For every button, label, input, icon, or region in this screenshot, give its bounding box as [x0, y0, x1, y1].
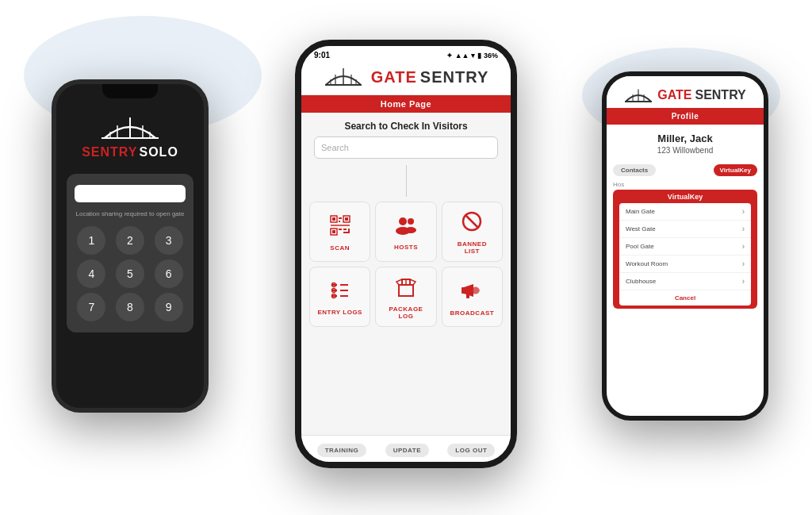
- search-input[interactable]: Search: [314, 136, 498, 159]
- right-header: GATE SENTRY: [607, 76, 764, 108]
- svg-rect-23: [339, 221, 340, 222]
- app-tile-package-log[interactable]: PACKAGELOG: [375, 267, 436, 327]
- key-3[interactable]: 3: [155, 226, 183, 255]
- banned-label: BANNEDLIST: [458, 240, 487, 255]
- svg-rect-13: [332, 217, 335, 221]
- svg-point-28: [405, 227, 416, 233]
- apps-grid: SCAN HOSTS: [301, 202, 511, 327]
- key-5[interactable]: 5: [116, 259, 144, 288]
- app-tile-hosts[interactable]: HOSTS: [375, 202, 436, 262]
- logout-tab[interactable]: LOG OUT: [447, 444, 495, 457]
- key-7[interactable]: 7: [77, 293, 105, 321]
- virtualkey-panel-title: VirtualKey: [619, 193, 751, 201]
- tab-virtualkey[interactable]: VirtualKey: [714, 164, 757, 176]
- keypad-input[interactable]: [75, 185, 186, 202]
- vk-cancel-button[interactable]: Cancel: [619, 290, 751, 306]
- key-9[interactable]: 9: [155, 293, 183, 321]
- vk-workout-room-label: Workout Room: [626, 260, 668, 267]
- svg-rect-20: [348, 229, 350, 232]
- search-placeholder: Search: [321, 143, 349, 152]
- left-bridge-icon: [98, 114, 162, 142]
- right-sentry-label: SENTRY: [695, 88, 745, 102]
- wifi-icon: ▾: [471, 52, 475, 60]
- vk-chevron-2: ›: [742, 225, 745, 233]
- svg-rect-40: [399, 285, 413, 296]
- phone-center: 9:01 ✦ ▲▲ ▾ ▮ 36% GATE SENTRY: [295, 40, 517, 468]
- vk-clubhouse-label: Clubhouse: [626, 278, 656, 285]
- profile-bar: Profile: [607, 108, 764, 125]
- app-tile-entry-logs[interactable]: ENTRY LOGS: [309, 267, 370, 327]
- package-log-label: PACKAGELOG: [389, 306, 423, 320]
- update-tab[interactable]: UPDATE: [385, 444, 429, 457]
- tab-contacts[interactable]: Contacts: [613, 164, 656, 176]
- signal-icon: ▲▲: [455, 52, 469, 60]
- svg-line-30: [465, 215, 479, 229]
- vk-chevron-5: ›: [742, 277, 745, 286]
- virtualkey-panel: VirtualKey Main Gate › West Gate › Pool …: [613, 190, 757, 309]
- status-bar: 9:01 ✦ ▲▲ ▾ ▮ 36%: [301, 46, 511, 60]
- bottom-tabs: TRAINING UPDATE LOG OUT: [301, 435, 511, 462]
- hosts-label: HOSTS: [394, 244, 418, 251]
- key-8[interactable]: 8: [116, 293, 144, 321]
- search-title: Search to Check In Visitors: [301, 113, 511, 136]
- entry-logs-label: ENTRY LOGS: [317, 309, 362, 316]
- training-tab[interactable]: TRAINING: [317, 444, 367, 457]
- vk-item-pool-gate[interactable]: Pool Gate ›: [619, 238, 751, 256]
- search-box-container: Search: [301, 136, 511, 165]
- svg-rect-43: [466, 294, 469, 298]
- center-bridge-icon: [324, 66, 363, 88]
- profile-address: 123 Willowbend: [613, 146, 757, 155]
- svg-rect-15: [345, 217, 348, 221]
- phone-left: SENTRY SOLO Location sharing required to…: [52, 79, 209, 413]
- svg-point-26: [408, 218, 414, 225]
- profile-tabs-row: Contacts VirtualKey: [607, 159, 764, 181]
- bluetooth-icon: ✦: [446, 52, 453, 60]
- search-divider: [406, 165, 407, 197]
- vk-item-workout-room[interactable]: Workout Room ›: [619, 256, 751, 273]
- right-bridge-icon: [624, 87, 653, 103]
- keypad-area: Location sharing required to open gate 1…: [67, 174, 193, 332]
- banned-icon: [461, 210, 483, 236]
- vk-list: Main Gate › West Gate › Pool Gate › Work…: [619, 203, 751, 306]
- phone-right: GATE SENTRY Profile Miller, Jack 123 Wil…: [602, 71, 768, 421]
- vk-west-gate-label: West Gate: [626, 225, 656, 233]
- home-page-bar: Home Page: [301, 95, 511, 113]
- right-gate-sentry: GATE SENTRY: [657, 88, 746, 102]
- key-4[interactable]: 4: [77, 259, 105, 288]
- svg-point-25: [399, 217, 407, 225]
- vk-main-gate-label: Main Gate: [626, 208, 655, 215]
- key-2[interactable]: 2: [116, 226, 144, 255]
- notch-left: [102, 84, 158, 98]
- left-logo-area: SENTRY SOLO: [82, 114, 178, 159]
- key-1[interactable]: 1: [77, 226, 105, 255]
- hosts-label-small: Hos: [607, 181, 764, 190]
- profile-name: Miller, Jack: [613, 133, 757, 144]
- svg-rect-24: [339, 229, 342, 230]
- vk-item-main-gate[interactable]: Main Gate ›: [619, 203, 751, 221]
- entry-logs-icon: [329, 280, 351, 304]
- sentry-solo-brand: SENTRY SOLO: [82, 145, 178, 159]
- broadcast-icon: [461, 279, 483, 305]
- svg-rect-19: [343, 232, 350, 233]
- svg-rect-18: [343, 229, 347, 230]
- gate-label: GATE: [371, 68, 417, 86]
- vk-item-west-gate[interactable]: West Gate ›: [619, 221, 751, 238]
- location-text: Location sharing required to open gate: [75, 210, 186, 218]
- vk-item-clubhouse[interactable]: Clubhouse ›: [619, 273, 751, 290]
- app-tile-scan[interactable]: SCAN: [309, 202, 370, 262]
- right-gate-label: GATE: [657, 88, 691, 102]
- app-tile-broadcast[interactable]: BROADCAST: [442, 267, 503, 327]
- solo-label: SOLO: [139, 145, 178, 159]
- status-icons: ✦ ▲▲ ▾ ▮ 36%: [446, 52, 498, 60]
- scan-icon: [329, 214, 351, 240]
- vk-pool-gate-label: Pool Gate: [626, 243, 654, 250]
- broadcast-label: BROADCAST: [450, 309, 495, 317]
- svg-rect-42: [462, 287, 465, 294]
- vk-chevron-4: ›: [742, 259, 745, 268]
- profile-info: Miller, Jack 123 Willowbend: [607, 125, 764, 159]
- app-tile-banned[interactable]: BANNEDLIST: [442, 202, 503, 262]
- key-6[interactable]: 6: [155, 259, 183, 288]
- vk-chevron-3: ›: [742, 242, 745, 251]
- sentry-label: SENTRY: [82, 145, 137, 159]
- sentry-label-center: SENTRY: [420, 68, 488, 86]
